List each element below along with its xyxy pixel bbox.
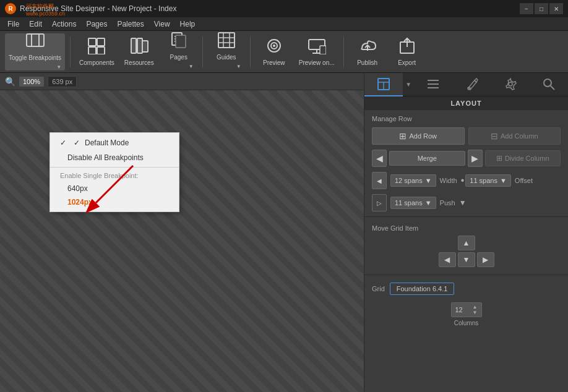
dropdown-item-640px[interactable]: 640px xyxy=(50,182,179,195)
svg-line-41 xyxy=(551,86,554,90)
tab-settings[interactable] xyxy=(491,73,530,96)
svg-rect-3 xyxy=(88,38,96,46)
tab-search[interactable] xyxy=(530,73,568,96)
spans3-left-icon[interactable]: ▷ xyxy=(372,194,387,211)
components-button[interactable]: Components xyxy=(75,33,118,70)
svg-point-40 xyxy=(544,79,551,87)
spans1-left-arrow[interactable]: ◀ xyxy=(372,172,387,189)
toolbar: Toggle Breakpoints ▼ Components Resource… xyxy=(0,31,568,73)
resources-button[interactable]: Resources xyxy=(121,33,158,70)
move-grid-buttons: ▲ ◀ ▼ ▶ xyxy=(372,236,561,267)
merge-button[interactable]: Merge xyxy=(389,151,465,166)
grid-value[interactable]: Foundation 6.4.1 xyxy=(390,283,455,295)
zoom-out-icon[interactable]: 🔍 xyxy=(5,77,15,87)
divider2 xyxy=(364,275,568,275)
toggle-breakpoints-button[interactable]: Toggle Breakpoints ▼ xyxy=(5,33,65,70)
publish-button[interactable]: Publish xyxy=(349,33,386,70)
spans2-select[interactable]: 11 spans ▼ xyxy=(465,174,511,187)
spans1-select[interactable]: 12 spans ▼ xyxy=(390,174,436,187)
add-row-button[interactable]: ⊞ Add Row xyxy=(372,127,465,145)
main-area: 🔍 100% 639 px ✓ Default Mode Disable All… xyxy=(0,73,568,392)
minimize-button[interactable]: − xyxy=(520,3,533,14)
sep4 xyxy=(343,36,344,67)
pages-label: Pages xyxy=(170,54,187,61)
canvas-size: 639 px xyxy=(48,76,77,87)
dropdown-item-default-mode[interactable]: ✓ Default Mode xyxy=(50,135,179,150)
preview-on-button[interactable]: Preview on... xyxy=(295,33,338,70)
divide-column-button[interactable]: ⊞ Divide Column xyxy=(485,150,561,166)
preview-label: Preview xyxy=(263,59,285,67)
move-up-button[interactable]: ▲ xyxy=(458,236,475,250)
tab-menu[interactable] xyxy=(414,73,452,96)
offset-label: Offset xyxy=(515,177,533,184)
menu-help[interactable]: Help xyxy=(175,17,200,31)
right-panel: ▼ xyxy=(364,73,568,392)
maximize-button[interactable]: □ xyxy=(535,3,548,14)
move-row-top: ▲ xyxy=(458,236,475,250)
dropdown-item-disable-all[interactable]: Disable All Breakpoints xyxy=(50,150,179,165)
width-value-row: • 11 spans ▼ xyxy=(461,174,511,187)
breakpoints-label: Toggle Breakpoints xyxy=(9,54,61,62)
export-button[interactable]: Export xyxy=(389,33,426,70)
export-icon xyxy=(398,37,416,57)
resources-label: Resources xyxy=(124,59,154,67)
pages-arrow: ▼ xyxy=(189,64,194,69)
svg-rect-0 xyxy=(27,34,44,46)
components-label: Components xyxy=(79,59,114,67)
components-icon xyxy=(87,37,106,57)
menu-actions[interactable]: Actions xyxy=(47,17,81,31)
spans3-select[interactable]: 11 spans ▼ xyxy=(390,197,436,209)
svg-rect-26 xyxy=(320,46,326,54)
spans3-value: 11 spans xyxy=(395,199,423,207)
title-bar: R Responsive Site Designer - New Project… xyxy=(0,0,568,17)
move-left-button[interactable]: ◀ xyxy=(439,252,456,267)
svg-point-39 xyxy=(509,82,512,86)
breakpoints-dropdown: ✓ Default Mode Disable All Breakpoints E… xyxy=(49,132,179,212)
add-row-column-row: ⊞ Add Row ⊟ Add Column xyxy=(364,125,568,147)
spans2-value: 11 spans xyxy=(470,177,497,184)
checkmark-icon: ✓ xyxy=(74,138,80,147)
add-column-label: Add Column xyxy=(501,132,538,140)
menu-file[interactable]: File xyxy=(2,17,24,31)
merge-right-arrow[interactable]: ▶ xyxy=(468,150,483,167)
grid-label: Grid xyxy=(372,285,385,292)
guides-label: Guides xyxy=(217,54,236,61)
manage-row-label: Manage Row xyxy=(364,110,568,125)
guides-icon xyxy=(217,32,236,51)
sep1 xyxy=(70,36,71,67)
columns-row: 12 ▲ ▼ xyxy=(364,300,568,320)
close-button[interactable]: ✕ xyxy=(549,3,563,14)
pages-button[interactable]: Pages ▼ xyxy=(160,33,197,70)
watermark: 河东软件网 www.pc0359.cn xyxy=(26,2,65,17)
width-label: Width xyxy=(440,177,457,184)
move-down-button[interactable]: ▼ xyxy=(458,252,475,267)
export-label: Export xyxy=(398,59,416,67)
push-arrow: ▼ xyxy=(459,198,467,207)
move-right-button[interactable]: ▶ xyxy=(477,252,494,267)
columns-input[interactable]: 12 ▲ ▼ xyxy=(451,302,482,317)
columns-spinner[interactable]: ▲ ▼ xyxy=(473,304,478,315)
svg-rect-15 xyxy=(218,33,235,48)
menu-edit[interactable]: Edit xyxy=(24,17,47,31)
dropdown-item-1024px[interactable]: 1024px xyxy=(50,195,179,209)
menu-palettes[interactable]: Palettes xyxy=(112,17,148,31)
add-row-icon: ⊞ xyxy=(399,131,407,141)
guides-button[interactable]: Guides ▼ xyxy=(208,33,245,70)
menu-pages[interactable]: Pages xyxy=(81,17,112,31)
preview-on-label: Preview on... xyxy=(299,59,335,67)
spans2-arrow: ▼ xyxy=(500,177,507,184)
divide-column-icon: ⊞ xyxy=(496,154,502,163)
spans-width-row: ◀ 12 spans ▼ Width • 11 spans ▼ Offset xyxy=(364,169,568,192)
merge-left-arrow[interactable]: ◀ xyxy=(372,150,387,167)
preview-button[interactable]: Preview xyxy=(256,33,293,70)
layout-tab-arrow[interactable]: ▼ xyxy=(403,79,414,90)
move-grid-label: Move Grid Item xyxy=(372,224,561,232)
tab-layout[interactable] xyxy=(364,73,403,96)
window-controls: − □ ✕ xyxy=(520,3,563,14)
menu-view[interactable]: View xyxy=(149,17,175,31)
push-label: Push xyxy=(440,199,455,207)
zoom-bar: 🔍 100% 639 px xyxy=(0,73,364,90)
tab-paint[interactable] xyxy=(452,73,491,96)
resources-icon xyxy=(130,37,148,57)
add-column-button[interactable]: ⊟ Add Column xyxy=(468,127,561,145)
